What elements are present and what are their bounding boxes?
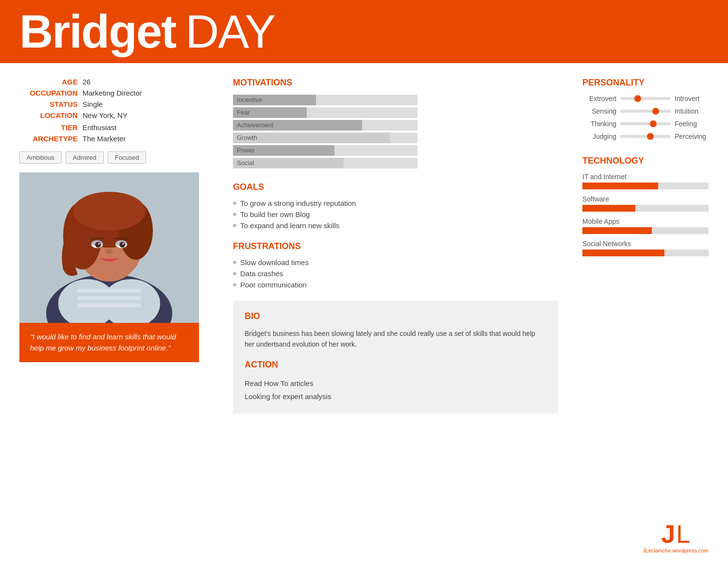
personality-row: JudgingPerceiving xyxy=(582,133,709,140)
action-item: Looking for expert analysis xyxy=(245,390,546,403)
goals-section: GOALS To grow a strong industry reputati… xyxy=(233,182,558,230)
motivation-bar-bg: Incentive xyxy=(233,95,417,105)
technology-section: TECHNOLOGY IT and InternetSoftwareMobile… xyxy=(582,156,709,256)
goal-item: To grow a strong industry reputation xyxy=(233,199,558,207)
tech-row: Social Networks xyxy=(582,240,709,256)
svg-point-19 xyxy=(105,249,113,254)
archetype-value: The Marketer xyxy=(83,134,126,143)
profile-photo xyxy=(19,172,199,323)
status-value: Single xyxy=(83,100,103,108)
motivation-bar-label: Social xyxy=(237,159,254,167)
svg-rect-6 xyxy=(78,303,141,307)
age-label: AGE xyxy=(19,78,78,86)
personality-right-label: Feeling xyxy=(675,120,709,128)
bio-title: BIO xyxy=(245,311,546,321)
motivation-bar-bg: Fear xyxy=(233,107,417,118)
svg-point-21 xyxy=(115,240,128,246)
svg-point-12 xyxy=(73,192,146,231)
personality-row: ExtrovertIntrovert xyxy=(582,95,709,102)
bullet-dot xyxy=(233,213,236,216)
personality-traits: ExtrovertIntrovertSensingIntuitionThinki… xyxy=(582,95,709,140)
tags-container: Ambitious Admired Focused xyxy=(19,151,204,164)
tech-bar-fill xyxy=(582,183,658,189)
motivation-bar-row: Power xyxy=(233,145,558,156)
tech-bar-bg xyxy=(582,250,709,256)
personality-left-label: Judging xyxy=(582,133,616,140)
frustrations-list: Slow download timesData crashesPoor comm… xyxy=(233,258,558,289)
motivation-bar-label: Acheivement xyxy=(237,121,273,130)
bullet-dot xyxy=(233,261,236,264)
quote-text: "I would like to find and learn skills t… xyxy=(30,333,176,352)
frustration-item: Data crashes xyxy=(233,269,558,278)
bio-text: Bridget's business has been slowing late… xyxy=(245,328,546,350)
personality-track xyxy=(620,122,671,125)
logo-url: JLeclainche.wordpress.com xyxy=(643,548,709,553)
frustrations-section: FRUSTRATIONS Slow download timesData cra… xyxy=(233,241,558,289)
header: Bridget DAY xyxy=(0,0,728,63)
motivations-section: MOTIVATIONS IncentiveFearAcheivementGrow… xyxy=(233,78,558,168)
personality-right-label: Introvert xyxy=(675,95,709,102)
tech-bar-bg xyxy=(582,183,709,189)
tech-row: IT and Internet xyxy=(582,173,709,189)
svg-point-20 xyxy=(90,240,104,246)
tech-bar-bg xyxy=(582,227,709,234)
action-items: Read How To articlesLooking for expert a… xyxy=(245,377,546,403)
tech-row: Mobile Apps xyxy=(582,217,709,234)
profile-info: AGE 26 OCCUPATION Marketing Director STA… xyxy=(19,78,204,143)
motivation-bar-bg: Power xyxy=(233,145,417,156)
motivation-bar-row: Social xyxy=(233,158,558,168)
motivation-bar-row: Growth xyxy=(233,133,558,143)
archetype-row: ARCHETYPE The Marketer xyxy=(19,134,204,143)
goals-title: GOALS xyxy=(233,182,558,192)
bio-action-box: BIO Bridget's business has been slowing … xyxy=(233,301,558,414)
personality-track xyxy=(620,135,671,138)
tier-value: Enthusiast xyxy=(83,123,116,132)
tech-label: Social Networks xyxy=(582,240,709,248)
tech-row: Software xyxy=(582,195,709,212)
age-row: AGE 26 xyxy=(19,78,204,86)
goal-item: To build her own Blog xyxy=(233,210,558,218)
logo-area: J L JLeclainche.wordpress.com xyxy=(643,521,709,553)
technology-title: TECHNOLOGY xyxy=(582,156,709,166)
tech-bar-fill xyxy=(582,250,664,256)
svg-rect-5 xyxy=(78,296,141,300)
tier-row: TIER Enthusiast xyxy=(19,123,204,132)
motivation-bar-label: Power xyxy=(237,146,255,155)
tech-bar-bg xyxy=(582,205,709,212)
technology-bars: IT and InternetSoftwareMobile AppsSocial… xyxy=(582,173,709,256)
middle-column: MOTIVATIONS IncentiveFearAcheivementGrow… xyxy=(218,78,573,553)
bullet-dot xyxy=(233,224,236,227)
tech-label: Mobile Apps xyxy=(582,217,709,225)
personality-left-label: Thinking xyxy=(582,120,616,128)
age-value: 26 xyxy=(83,78,91,86)
motivation-bar-bg: Growth xyxy=(233,133,417,143)
logo-j: J xyxy=(661,521,675,547)
bullet-dot xyxy=(233,272,236,275)
personality-section: PERSONALITY ExtrovertIntrovertSensingInt… xyxy=(582,78,709,140)
frustration-item: Slow download times xyxy=(233,258,558,267)
tech-label: IT and Internet xyxy=(582,173,709,181)
personality-title: PERSONALITY xyxy=(582,78,709,88)
motivation-bar-label: Incentive xyxy=(237,96,262,104)
tag-admired: Admired xyxy=(66,151,103,164)
goals-list: To grow a strong industry reputationTo b… xyxy=(233,199,558,230)
personality-indicator xyxy=(652,108,659,115)
logo-jl: J L xyxy=(643,521,709,547)
action-item: Read How To articles xyxy=(245,377,546,390)
personality-track xyxy=(620,97,671,100)
personality-indicator xyxy=(647,133,654,140)
archetype-label: ARCHETYPE xyxy=(19,134,78,143)
occupation-value: Marketing Director xyxy=(83,89,142,97)
personality-indicator xyxy=(650,120,657,127)
tech-label: Software xyxy=(582,195,709,203)
bullet-dot xyxy=(233,201,236,205)
motivation-bar-bg: Acheivement xyxy=(233,120,417,131)
personality-left-label: Extrovert xyxy=(582,95,616,102)
personality-row: SensingIntuition xyxy=(582,107,709,115)
first-name: Bridget xyxy=(19,5,176,58)
motivation-bar-bg: Social xyxy=(233,158,417,168)
motivation-bar-label: Fear xyxy=(237,108,250,117)
tag-ambitious: Ambitious xyxy=(19,151,62,164)
logo-l: L xyxy=(676,521,690,547)
goal-item: To expand and learn new skills xyxy=(233,221,558,230)
